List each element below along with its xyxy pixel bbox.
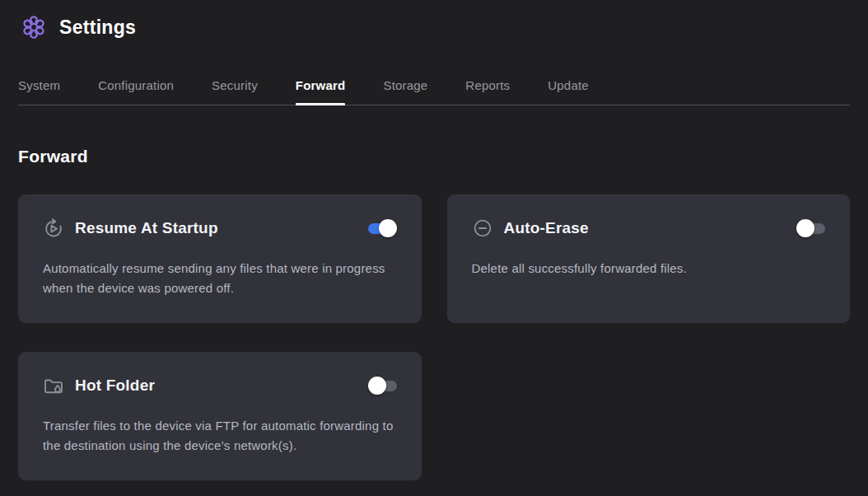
hot-folder-icon: [43, 375, 64, 396]
card-head: Hot Folder: [43, 375, 397, 396]
toggle-knob: [379, 219, 397, 237]
settings-tabs: System Configuration Security Forward St…: [18, 78, 850, 105]
tab-update[interactable]: Update: [548, 78, 589, 105]
card-head: Resume At Startup: [43, 218, 397, 239]
app-header: Settings: [0, 0, 868, 42]
settings-cards: Resume At Startup Automatically resume s…: [18, 194, 850, 480]
resume-icon: [43, 218, 64, 239]
toggle-knob: [368, 377, 386, 395]
card-title: Auto-Erase: [504, 219, 589, 237]
card-title: Resume At Startup: [75, 219, 218, 237]
card-description: Delete all successfully forwarded files.: [472, 259, 826, 278]
tab-reports[interactable]: Reports: [465, 78, 510, 105]
card-description: Automatically resume sending any files t…: [43, 259, 397, 298]
tab-storage[interactable]: Storage: [383, 78, 427, 105]
auto-erase-card: Auto-Erase Delete all successfully forwa…: [447, 194, 851, 323]
auto-erase-toggle[interactable]: [796, 219, 825, 237]
card-description: Transfer files to the device via FTP for…: [43, 416, 397, 456]
resume-at-startup-card: Resume At Startup Automatically resume s…: [18, 194, 422, 323]
section-heading: Forward: [18, 147, 850, 166]
resume-at-startup-toggle[interactable]: [368, 219, 397, 237]
card-head: Auto-Erase: [472, 218, 826, 239]
tab-configuration[interactable]: Configuration: [98, 78, 174, 105]
hot-folder-toggle[interactable]: [368, 377, 397, 395]
page-title: Settings: [59, 16, 136, 39]
tab-system[interactable]: System: [18, 78, 60, 105]
tab-security[interactable]: Security: [212, 78, 258, 105]
minus-circle-icon: [472, 218, 493, 239]
tab-forward[interactable]: Forward: [296, 78, 346, 105]
gear-icon: [19, 12, 49, 42]
toggle-knob: [796, 219, 814, 237]
hot-folder-card: Hot Folder Transfer files to the device …: [18, 352, 422, 480]
card-title: Hot Folder: [75, 377, 155, 395]
